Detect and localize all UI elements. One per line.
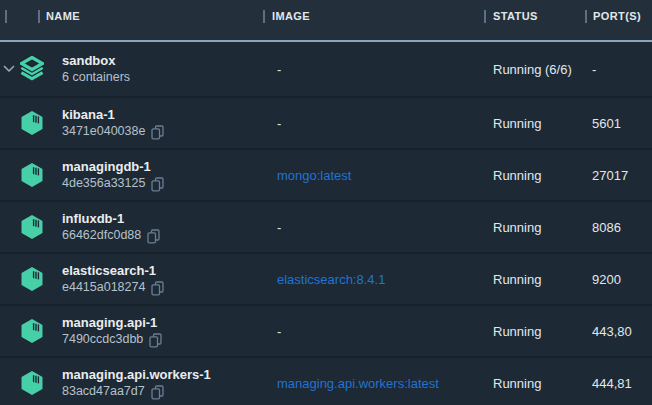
table-row[interactable]: managingdb-1 4de356a33125 mongo:latest R…	[0, 150, 652, 202]
column-header-name[interactable]: NAME	[46, 10, 80, 22]
container-table-body: sandbox 6 containers - Running (6/6) -	[0, 42, 652, 405]
container-cube-icon	[20, 162, 44, 188]
copy-icon[interactable]	[149, 333, 162, 348]
ports-text: 5601	[592, 116, 621, 131]
status-cell: Running	[493, 306, 541, 356]
status-text: Running	[493, 116, 541, 131]
table-row[interactable]: sandbox 6 containers - Running (6/6) -	[0, 42, 652, 98]
ports-cell: 27017	[592, 150, 628, 200]
image-name[interactable]: mongo:latest	[277, 168, 351, 183]
column-header-image[interactable]: IMAGE	[272, 10, 310, 22]
copy-icon[interactable]	[151, 177, 164, 192]
ports-text: 444,81	[592, 376, 632, 391]
container-name-block: managing.api-1 7490ccdc3dbb	[62, 314, 162, 348]
column-separator	[585, 10, 587, 23]
table-row[interactable]: elasticsearch-1 e4415a018274 elasticsear…	[0, 254, 652, 306]
container-cube-icon	[20, 214, 44, 240]
ports-text: 27017	[592, 168, 628, 183]
copy-icon[interactable]	[151, 385, 164, 400]
compose-stack-icon	[20, 56, 44, 82]
container-name: sandbox	[62, 52, 130, 69]
status-text: Running (6/6)	[493, 62, 572, 77]
container-name: managing.api-1	[62, 314, 162, 331]
ports-text: 9200	[592, 272, 621, 287]
image-name[interactable]: managing.api.workers:latest	[277, 376, 439, 391]
image-name: -	[277, 324, 281, 339]
image-name: -	[277, 62, 281, 77]
container-name: kibana-1	[62, 106, 164, 123]
container-id: 6 containers	[62, 69, 130, 86]
status-cell: Running	[493, 98, 541, 148]
status-cell: Running (6/6)	[493, 42, 572, 96]
ports-text: 8086	[592, 220, 621, 235]
image-cell: elasticsearch:8.4.1	[277, 254, 385, 304]
image-cell: -	[277, 306, 281, 356]
table-row[interactable]: kibana-1 3471e040038e - Running 5601	[0, 98, 652, 150]
status-text: Running	[493, 168, 541, 183]
container-name-block: influxdb-1 66462dfc0d88	[62, 210, 160, 244]
container-name: influxdb-1	[62, 210, 160, 227]
image-name[interactable]: elasticsearch:8.4.1	[277, 272, 385, 287]
container-id: 66462dfc0d88	[62, 227, 141, 244]
column-separator	[5, 10, 7, 23]
ports-cell: 444,81	[592, 358, 632, 405]
table-row[interactable]: managing.api.workers-1 83acd47aa7d7 mana…	[0, 358, 652, 405]
container-id: e4415a018274	[62, 279, 145, 296]
ports-cell: -	[592, 42, 596, 96]
image-cell: managing.api.workers:latest	[277, 358, 439, 405]
container-id: 83acd47aa7d7	[62, 383, 145, 400]
status-cell: Running	[493, 202, 541, 252]
column-header-ports[interactable]: PORT(S)	[593, 10, 641, 22]
ports-cell: 443,80	[592, 306, 632, 356]
status-cell: Running	[493, 358, 541, 405]
status-text: Running	[493, 220, 541, 235]
image-cell: -	[277, 202, 281, 252]
container-cube-icon	[20, 370, 44, 396]
container-name: elasticsearch-1	[62, 262, 164, 279]
container-name-block: sandbox 6 containers	[62, 52, 130, 86]
containers-table: NAME IMAGE STATUS PORT(S)	[0, 0, 652, 405]
container-name: managing.api.workers-1	[62, 366, 211, 383]
column-separator	[38, 10, 40, 23]
container-id: 7490ccdc3dbb	[62, 331, 143, 348]
container-name-block: elasticsearch-1 e4415a018274	[62, 262, 164, 296]
container-id: 3471e040038e	[62, 123, 145, 140]
container-name: managingdb-1	[62, 158, 164, 175]
column-separator	[263, 10, 265, 23]
image-cell: -	[277, 98, 281, 148]
image-name: -	[277, 220, 281, 235]
column-header-status[interactable]: STATUS	[493, 10, 538, 22]
ports-cell: 9200	[592, 254, 621, 304]
container-name-block: managing.api.workers-1 83acd47aa7d7	[62, 366, 211, 400]
image-cell: -	[277, 42, 281, 96]
status-text: Running	[493, 376, 541, 391]
status-text: Running	[493, 324, 541, 339]
container-cube-icon	[20, 110, 44, 136]
ports-text: -	[592, 62, 596, 77]
container-name-block: managingdb-1 4de356a33125	[62, 158, 164, 192]
copy-icon[interactable]	[147, 229, 160, 244]
table-header: NAME IMAGE STATUS PORT(S)	[0, 0, 652, 42]
ports-cell: 8086	[592, 202, 621, 252]
image-name: -	[277, 116, 281, 131]
container-cube-icon	[20, 266, 44, 292]
chevron-down-icon[interactable]	[3, 65, 15, 74]
table-row[interactable]: influxdb-1 66462dfc0d88 - Running 8086	[0, 202, 652, 254]
status-cell: Running	[493, 254, 541, 304]
status-cell: Running	[493, 150, 541, 200]
status-text: Running	[493, 272, 541, 287]
copy-icon[interactable]	[151, 281, 164, 296]
container-id: 4de356a33125	[62, 175, 145, 192]
ports-text: 443,80	[592, 324, 632, 339]
ports-cell: 5601	[592, 98, 621, 148]
container-cube-icon	[20, 318, 44, 344]
image-cell: mongo:latest	[277, 150, 351, 200]
column-separator	[484, 10, 486, 23]
copy-icon[interactable]	[151, 125, 164, 140]
container-name-block: kibana-1 3471e040038e	[62, 106, 164, 140]
table-row[interactable]: managing.api-1 7490ccdc3dbb - Running 44…	[0, 306, 652, 358]
